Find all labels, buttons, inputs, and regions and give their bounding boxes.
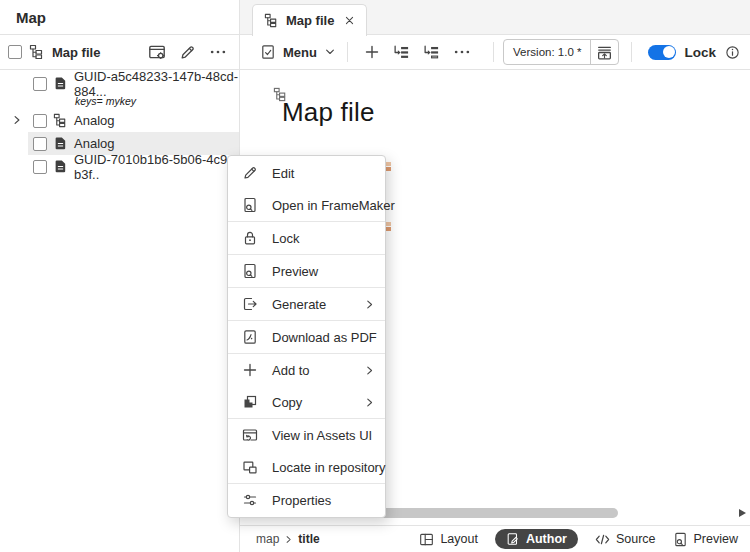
map-root-row[interactable]: Map file bbox=[0, 35, 239, 70]
menu-item-download-as-pdf[interactable]: Download as PDF bbox=[228, 321, 385, 353]
map-icon bbox=[53, 113, 68, 128]
menu-item-label: Generate bbox=[272, 297, 350, 312]
view-author-active[interactable]: Author bbox=[495, 529, 578, 549]
add-icon[interactable] bbox=[357, 39, 387, 65]
info-icon[interactable] bbox=[725, 45, 740, 60]
aem-guides-map-editor: Map Map file bbox=[0, 0, 750, 552]
map-tree: GUID-a5c48233-147b-48cd-884... keys= myk… bbox=[0, 70, 239, 178]
view-layout-label: Layout bbox=[440, 532, 478, 546]
properties-sliders-icon bbox=[242, 492, 258, 508]
chevron-down-icon bbox=[324, 46, 336, 58]
toolbar-divider bbox=[493, 42, 494, 62]
row-checkbox[interactable] bbox=[33, 114, 47, 128]
context-menu: Edit Open in FrameMaker Lock Preview bbox=[227, 155, 386, 518]
source-code-icon bbox=[595, 532, 610, 547]
tab-label: Map file bbox=[286, 13, 334, 28]
tree-row-label[interactable]: Analog bbox=[74, 113, 114, 128]
breadcrumb-current[interactable]: title bbox=[298, 532, 319, 546]
map-root-label[interactable]: Map file bbox=[52, 45, 141, 60]
view-source-label: Source bbox=[616, 532, 656, 546]
menu-item-edit[interactable]: Edit bbox=[228, 157, 385, 189]
scroll-right-arrow[interactable] bbox=[739, 509, 746, 517]
menu-item-label: Lock bbox=[272, 231, 375, 246]
view-preview-label: Preview bbox=[694, 532, 738, 546]
author-icon bbox=[506, 532, 520, 546]
lock-toggle[interactable] bbox=[648, 45, 676, 60]
edit-icon bbox=[242, 165, 258, 181]
tree-row[interactable]: GUID-a5c48233-147b-48cd-884... bbox=[0, 72, 239, 95]
copy-icon bbox=[242, 394, 258, 410]
menu-item-label: Open in FrameMaker bbox=[272, 198, 395, 213]
menu-item-add-to[interactable]: Add to bbox=[228, 354, 385, 386]
menu-button-label: Menu bbox=[283, 45, 317, 60]
file-search-icon bbox=[242, 197, 258, 213]
more-actions-icon[interactable] bbox=[209, 43, 227, 61]
version-box[interactable]: Version: 1.0 * bbox=[503, 39, 619, 65]
menu-item-label: Preview bbox=[272, 264, 375, 279]
submenu-chevron-icon bbox=[364, 397, 375, 408]
tab-bar: Map file bbox=[240, 0, 750, 35]
tree-row-label[interactable]: GUID-7010b1b6-5b06-4c9a-b3f.. bbox=[74, 152, 239, 182]
menu-item-copy[interactable]: Copy bbox=[228, 386, 385, 418]
close-icon[interactable] bbox=[344, 15, 355, 26]
insert-child-topic-icon[interactable] bbox=[387, 39, 417, 65]
root-actions bbox=[148, 43, 227, 61]
menu-item-preview[interactable]: Preview bbox=[228, 255, 385, 287]
document-icon bbox=[53, 76, 68, 91]
view-layout[interactable]: Layout bbox=[419, 532, 478, 547]
menu-item-view-in-assets-ui[interactable]: View in Assets UI bbox=[228, 419, 385, 451]
menu-item-label: Edit bbox=[272, 166, 375, 181]
chevron-right-icon[interactable] bbox=[11, 114, 23, 126]
pdf-icon bbox=[242, 329, 258, 345]
breadcrumb-root[interactable]: map bbox=[256, 532, 279, 546]
save-version-icon[interactable] bbox=[590, 39, 618, 65]
tree-row-label[interactable]: GUID-a5c48233-147b-48cd-884... bbox=[74, 69, 239, 99]
tree-row-label[interactable]: Analog bbox=[74, 136, 114, 151]
tree-row[interactable]: Analog bbox=[0, 109, 239, 132]
version-label: Version: 1.0 * bbox=[504, 46, 590, 58]
menu-button[interactable]: Menu bbox=[258, 40, 338, 64]
tab-map-file[interactable]: Map file bbox=[252, 4, 367, 36]
file-search-icon bbox=[673, 532, 688, 547]
insert-sibling-topic-icon[interactable] bbox=[417, 39, 447, 65]
menu-item-generate[interactable]: Generate bbox=[228, 288, 385, 320]
toolbar-divider bbox=[631, 42, 632, 62]
assets-ui-icon bbox=[242, 427, 258, 443]
document-icon bbox=[53, 136, 68, 151]
document-check-icon bbox=[260, 44, 276, 60]
tree-row[interactable]: GUID-7010b1b6-5b06-4c9a-b3f.. bbox=[0, 155, 239, 178]
menu-item-properties[interactable]: Properties bbox=[228, 484, 385, 516]
edit-icon[interactable] bbox=[179, 44, 196, 61]
view-preview[interactable]: Preview bbox=[673, 532, 738, 547]
menu-item-lock[interactable]: Lock bbox=[228, 222, 385, 254]
layout-icon bbox=[419, 532, 434, 547]
row-checkbox[interactable] bbox=[33, 160, 47, 174]
menu-item-locate-in-repository[interactable]: Locate in repository bbox=[228, 451, 385, 483]
chevron-right-icon bbox=[284, 535, 293, 544]
row-checkbox[interactable] bbox=[33, 77, 47, 91]
submenu-chevron-icon bbox=[364, 299, 375, 310]
menu-item-label: Add to bbox=[272, 363, 350, 378]
editor-toolbar: Menu Version: 1.0 * bbox=[240, 35, 750, 70]
root-checkbox[interactable] bbox=[8, 45, 22, 59]
row-checkbox[interactable] bbox=[33, 137, 47, 151]
panel-title: Map bbox=[0, 0, 239, 35]
menu-item-open-in-framemaker[interactable]: Open in FrameMaker bbox=[228, 189, 385, 221]
breadcrumb: map title bbox=[256, 532, 320, 546]
menu-item-label: Copy bbox=[272, 395, 350, 410]
document-icon bbox=[53, 159, 68, 174]
document-title[interactable]: Map file bbox=[282, 97, 375, 128]
menu-item-label: Properties bbox=[272, 493, 375, 508]
file-search-icon bbox=[242, 263, 258, 279]
toolbar-divider bbox=[347, 42, 348, 62]
lock-icon bbox=[242, 230, 258, 246]
more-tools-icon[interactable] bbox=[447, 39, 477, 65]
menu-item-label: Locate in repository bbox=[272, 460, 385, 475]
view-source[interactable]: Source bbox=[595, 532, 656, 547]
plus-icon bbox=[242, 362, 258, 378]
hidden-content-fragment bbox=[386, 222, 391, 231]
map-icon bbox=[264, 13, 279, 28]
map-icon bbox=[29, 44, 45, 60]
editor-status-bar: map title Layout Author bbox=[240, 525, 750, 552]
preview-settings-icon[interactable] bbox=[148, 43, 166, 61]
